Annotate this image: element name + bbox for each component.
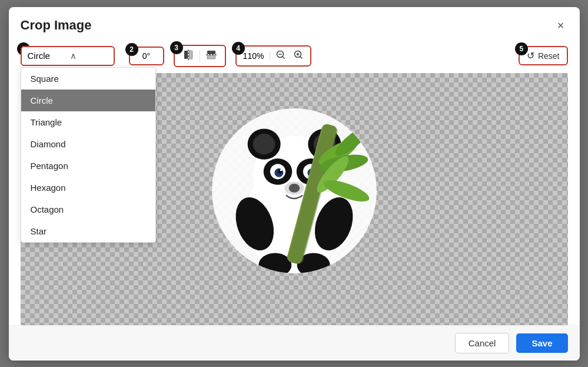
step-badge-3: 3 <box>170 41 183 54</box>
shape-group: 1 Circle ∧ Square Circle Triangle Diamon… <box>21 46 115 66</box>
dropdown-item-octagon[interactable]: Octagon <box>21 199 155 220</box>
chevron-up-icon: ∧ <box>70 51 108 61</box>
save-button[interactable]: Save <box>516 333 567 353</box>
step-badge-5: 5 <box>515 42 528 55</box>
zoom-out-button[interactable] <box>274 49 288 63</box>
zoom-value: 110% <box>241 51 266 61</box>
svg-line-8 <box>283 57 285 59</box>
rotation-group: 2 0° <box>129 47 164 65</box>
flip-v-icon <box>206 49 217 60</box>
svg-point-27 <box>280 168 282 171</box>
svg-rect-1 <box>189 51 192 59</box>
cancel-button[interactable]: Cancel <box>455 333 510 353</box>
close-button[interactable]: × <box>554 18 568 32</box>
reset-icon: ↺ <box>527 50 534 61</box>
dropdown-item-triangle[interactable]: Triangle <box>21 111 155 133</box>
step-badge-2: 2 <box>125 43 138 56</box>
zoom-group: 4 110% <box>235 45 311 67</box>
crop-image-modal: Crop Image × 1 Circle ∧ Square Circle <box>9 7 580 361</box>
zoom-out-icon <box>276 50 285 59</box>
svg-point-30 <box>288 183 300 192</box>
zoom-in-button[interactable] <box>291 49 305 63</box>
flip-vertical-button[interactable] <box>202 48 220 64</box>
dropdown-item-star[interactable]: Star <box>21 220 155 242</box>
zoom-in-icon <box>294 50 303 59</box>
svg-rect-4 <box>207 55 215 59</box>
flip-divider <box>200 50 200 62</box>
reset-label: Reset <box>538 51 560 61</box>
svg-line-12 <box>300 57 303 59</box>
zoom-controls: 110% <box>235 45 311 67</box>
svg-rect-3 <box>207 51 215 54</box>
modal-title: Crop Image <box>21 18 92 33</box>
shape-dropdown: Square Circle Triangle Diamond Pentagon … <box>21 67 156 243</box>
dropdown-item-circle[interactable]: Circle <box>21 90 155 111</box>
toolbar-row: 1 Circle ∧ Square Circle Triangle Diamon… <box>21 42 568 67</box>
modal-overlay: Crop Image × 1 Circle ∧ Square Circle <box>0 0 588 367</box>
svg-rect-0 <box>184 51 188 59</box>
shape-selector[interactable]: Circle ∧ <box>21 46 115 66</box>
step-badge-4: 4 <box>232 42 245 55</box>
panda-container <box>147 96 441 302</box>
circle-crop-mask <box>212 108 377 273</box>
zoom-divider <box>270 50 270 62</box>
toolbar: 1 Circle ∧ Square Circle Triangle Diamon… <box>9 39 580 73</box>
modal-header: Crop Image × <box>9 7 580 39</box>
flip-h-icon <box>183 49 194 60</box>
dropdown-item-diamond[interactable]: Diamond <box>21 133 155 155</box>
modal-footer: Cancel Save <box>9 325 580 361</box>
shape-value: Circle <box>28 51 65 61</box>
reset-group: 5 ↺ Reset <box>519 46 568 65</box>
dropdown-item-hexagon[interactable]: Hexagon <box>21 177 155 199</box>
svg-point-16 <box>253 133 275 154</box>
flip-group: 3 <box>174 45 226 67</box>
dropdown-item-square[interactable]: Square <box>21 68 155 90</box>
panda-image <box>212 108 377 273</box>
dropdown-item-pentagon[interactable]: Pentagon <box>21 155 155 177</box>
